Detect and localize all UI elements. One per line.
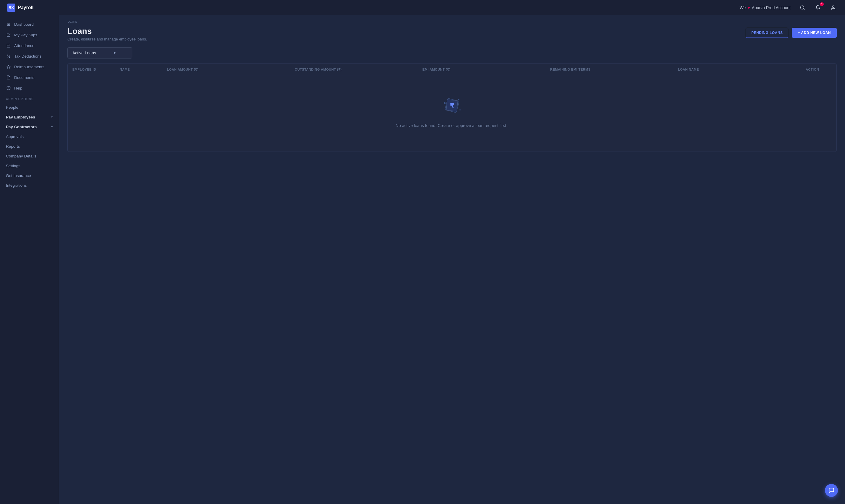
sidebar-label-pay-employees: Pay Employees xyxy=(6,115,35,119)
sidebar-item-reports[interactable]: Reports xyxy=(0,142,59,151)
sidebar-item-approvals[interactable]: Approvals xyxy=(0,132,59,142)
help-icon xyxy=(6,85,11,91)
breadcrumb: Loans xyxy=(59,15,845,24)
sidebar-item-settings[interactable]: Settings xyxy=(0,161,59,171)
header-buttons: PENDING LOANS + ADD NEW LOAN xyxy=(746,28,837,38)
sidebar-label-documents: Documents xyxy=(14,75,34,80)
page-title-block: Loans Create, disburse and manage employ… xyxy=(67,26,147,41)
sidebar-label-pay-slips: My Pay Slips xyxy=(14,33,37,37)
sidebar-label-reimbursements: Reimbursements xyxy=(14,65,44,69)
svg-line-7 xyxy=(7,55,10,57)
sidebar-label-company-details: Company Details xyxy=(6,154,36,158)
main-layout: ⊞ Dashboard My Pay Slips Attendance Tax … xyxy=(0,15,845,504)
col-outstanding-amount: OUTSTANDING AMOUNT (₹) xyxy=(290,64,417,76)
logo-icon: RX xyxy=(7,3,15,12)
sidebar-item-help[interactable]: Help xyxy=(0,83,59,93)
sidebar-item-integrations[interactable]: Integrations xyxy=(0,180,59,190)
main-content: Loans Loans Create, disburse and manage … xyxy=(59,15,845,504)
sidebar-item-pay-contractors[interactable]: Pay Contractors ▾ xyxy=(0,122,59,132)
col-remaining-emi: REMAINING EMI TERMS xyxy=(545,64,673,76)
sidebar-item-company-details[interactable]: Company Details xyxy=(0,151,59,161)
dropdown-arrow-icon: ▾ xyxy=(114,51,115,55)
col-employee-id: EMPLOYEE ID xyxy=(68,64,115,76)
pay-contractors-chevron-icon: ▾ xyxy=(51,125,53,129)
sidebar-label-pay-contractors: Pay Contractors xyxy=(6,125,37,129)
sidebar-label-people: People xyxy=(6,105,18,110)
sidebar-label-approvals: Approvals xyxy=(6,134,24,139)
svg-point-9 xyxy=(9,57,10,58)
filter-selected-value: Active Loans xyxy=(72,51,96,55)
sidebar-label-help: Help xyxy=(14,86,22,90)
dashboard-icon: ⊞ xyxy=(6,22,11,27)
sidebar: ⊞ Dashboard My Pay Slips Attendance Tax … xyxy=(0,15,59,504)
empty-state-text: No active loans found. Create or approve… xyxy=(396,123,508,128)
svg-point-16 xyxy=(444,102,446,104)
sidebar-label-settings: Settings xyxy=(6,164,20,168)
svg-text:₹: ₹ xyxy=(450,102,454,110)
top-navigation: RX Payroll We ♥ Apurva Prod Account 1 xyxy=(0,0,845,15)
col-loan-amount: LOAN AMOUNT (₹) xyxy=(162,64,290,76)
sidebar-item-dashboard[interactable]: ⊞ Dashboard xyxy=(0,19,59,30)
tax-icon xyxy=(6,53,11,59)
col-emi-amount: EMI AMOUNT (₹) xyxy=(418,64,545,76)
search-button[interactable] xyxy=(798,3,807,13)
table-header: EMPLOYEE ID NAME LOAN AMOUNT (₹) OUTSTAN… xyxy=(68,64,837,76)
col-action: ACTION xyxy=(801,64,837,76)
sidebar-item-get-insurance[interactable]: Get Insurance xyxy=(0,171,59,180)
svg-point-8 xyxy=(7,55,8,56)
page-subtitle: Create, disburse and manage employee loa… xyxy=(67,37,147,41)
svg-marker-10 xyxy=(7,65,10,68)
sidebar-label-tax: Tax Deductions xyxy=(14,54,41,58)
filter-bar: Active Loans ▾ xyxy=(59,47,845,63)
admin-options-label: Admin Options xyxy=(0,93,59,103)
chat-button[interactable] xyxy=(825,484,838,497)
svg-line-1 xyxy=(803,8,804,10)
user-menu-button[interactable] xyxy=(828,3,838,13)
notifications-button[interactable]: 1 xyxy=(813,3,823,13)
svg-rect-3 xyxy=(7,44,10,47)
sidebar-item-my-pay-slips[interactable]: My Pay Slips xyxy=(0,30,59,40)
svg-point-17 xyxy=(458,99,460,101)
page-title: Loans xyxy=(67,26,147,36)
svg-point-18 xyxy=(460,109,461,110)
sidebar-item-documents[interactable]: Documents xyxy=(0,72,59,83)
notification-badge: 1 xyxy=(820,2,824,6)
page-header: Loans Create, disburse and manage employ… xyxy=(59,24,845,47)
logo-text: Payroll xyxy=(18,5,33,10)
empty-state-icon: ₹ xyxy=(440,94,464,117)
pay-slips-icon xyxy=(6,32,11,37)
svg-point-2 xyxy=(832,6,834,7)
sidebar-item-pay-employees[interactable]: Pay Employees ▾ xyxy=(0,112,59,122)
attendance-icon xyxy=(6,43,11,48)
sidebar-item-tax-deductions[interactable]: Tax Deductions xyxy=(0,51,59,61)
add-new-loan-button[interactable]: + ADD NEW LOAN xyxy=(792,28,837,38)
topnav-we-text: We xyxy=(739,5,746,10)
pay-employees-chevron-icon: ▾ xyxy=(51,115,53,119)
sidebar-label-attendance: Attendance xyxy=(14,43,34,48)
loans-filter-dropdown[interactable]: Active Loans ▾ xyxy=(67,47,132,58)
topnav-account: We ♥ Apurva Prod Account xyxy=(739,5,791,10)
sidebar-label-integrations: Integrations xyxy=(6,183,27,187)
svg-point-0 xyxy=(801,6,804,9)
empty-state: ₹ No active loans found. Create or appro… xyxy=(68,76,837,151)
sidebar-label-reports: Reports xyxy=(6,144,20,149)
sidebar-item-reimbursements[interactable]: Reimbursements xyxy=(0,61,59,72)
documents-icon xyxy=(6,75,11,80)
sidebar-item-people[interactable]: People xyxy=(0,103,59,112)
col-loan-name: LOAN NAME xyxy=(673,64,801,76)
loans-table: EMPLOYEE ID NAME LOAN AMOUNT (₹) OUTSTAN… xyxy=(67,63,837,152)
topnav-actions: 1 xyxy=(798,3,838,13)
pending-loans-button[interactable]: PENDING LOANS xyxy=(746,28,789,38)
heart-icon: ♥ xyxy=(748,5,750,10)
sidebar-label-get-insurance: Get Insurance xyxy=(6,174,31,178)
sidebar-item-attendance[interactable]: Attendance xyxy=(0,40,59,51)
col-name: NAME xyxy=(115,64,162,76)
reimbursements-icon xyxy=(6,64,11,69)
account-name: Apurva Prod Account xyxy=(752,5,791,10)
logo[interactable]: RX Payroll xyxy=(7,3,33,12)
sidebar-label-dashboard: Dashboard xyxy=(14,22,34,26)
